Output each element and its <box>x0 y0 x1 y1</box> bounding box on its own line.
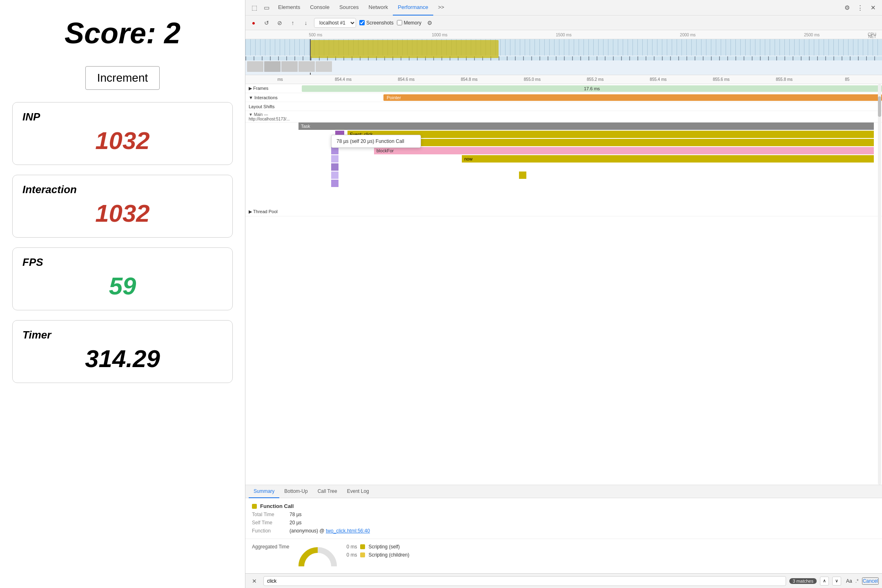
metric-card-fps: FPS 59 <box>12 247 233 310</box>
search-input[interactable] <box>263 576 786 586</box>
tab-network[interactable]: Network <box>364 0 393 16</box>
metric-label-timer: Timer <box>22 329 223 341</box>
agg-legend-item: 0 ms Scripting (children) <box>346 552 409 558</box>
interactions-bar[interactable]: Pointer <box>383 94 882 101</box>
match-case-label: Aa <box>846 578 852 584</box>
metric-label-fps: FPS <box>22 256 223 269</box>
devtools-panel: ⬚ ▭ ElementsConsoleSourcesNetworkPerform… <box>245 0 882 588</box>
tab-elements[interactable]: Elements <box>273 0 305 16</box>
flamechart-scrollbar[interactable] <box>878 84 881 485</box>
agg-legend-item: 0 ms Scripting (self) <box>346 544 409 550</box>
flamechart-area[interactable]: ms854.4 ms854.6 ms854.8 ms855.0 ms855.2 … <box>245 75 882 485</box>
memory-checkbox-label[interactable]: Memory <box>397 20 421 26</box>
regex-label: .* <box>855 578 859 584</box>
reload-record-button[interactable]: ↺ <box>262 18 272 28</box>
timeline-ruler-tick: 500 ms <box>254 33 378 37</box>
memory-checkbox[interactable] <box>397 20 402 25</box>
flamechart-ruler-tick: 854.6 ms <box>375 77 438 82</box>
upload-button[interactable]: ↑ <box>288 18 298 28</box>
timeline-content[interactable] <box>245 39 882 75</box>
metric-label-inp: INP <box>22 111 223 123</box>
more-options-icon[interactable]: ⋮ <box>854 2 866 13</box>
timeline-ruler-tick: 2000 ms <box>626 33 750 37</box>
bottom-tab-event-log[interactable]: Event Log <box>342 485 374 498</box>
device-toolbar-icon[interactable]: ▭ <box>261 2 272 13</box>
metric-value-inp: 1032 <box>22 127 223 155</box>
metric-card-interaction: Interaction 1032 <box>12 175 233 238</box>
timeline-ruler-tick: 1000 ms <box>378 33 502 37</box>
blockfor-bar[interactable]: blockFor <box>374 147 874 154</box>
devtools-right-icons: ⚙ ⋮ ✕ <box>841 2 879 13</box>
flame-bars-area[interactable]: Task Event: click F... Function Call blo… <box>298 122 882 204</box>
tab-more[interactable]: >> <box>433 0 449 16</box>
flamechart-scrollbar-thumb[interactable] <box>878 96 881 117</box>
main-thread-label: ▼ Main — http://localhost:5173/... <box>249 112 302 121</box>
total-time-row: Total Time 78 µs <box>252 512 875 517</box>
frames-bar: 17.6 ms <box>302 85 882 92</box>
metric-value-timer: 314.29 <box>22 345 223 373</box>
aggregated-panel: Aggregated Time 0 ms Scripting (self) 0 … <box>245 539 882 573</box>
layout-shifts-content <box>302 103 882 110</box>
flamechart-ruler-tick: ms <box>249 77 312 82</box>
yellow-indicator <box>519 172 526 179</box>
perf-toolbar: ● ↺ ⊘ ↑ ↓ localhost #1 Screenshots Memor… <box>245 16 882 30</box>
bottom-tabs: SummaryBottom-UpCall TreeEvent Log <box>245 485 882 498</box>
summary-color-dot <box>252 504 257 509</box>
interactions-row: ▼ Interactions Pointer <box>245 93 882 102</box>
screenshots-row <box>245 60 882 73</box>
tab-performance[interactable]: Performance <box>393 0 433 16</box>
interactions-label: ▼ Interactions <box>249 95 302 100</box>
url-select[interactable]: localhost #1 <box>314 18 356 28</box>
summary-title: Function Call <box>252 503 875 509</box>
agg-legend: 0 ms Scripting (self) 0 ms Scripting (ch… <box>346 544 409 558</box>
flamechart-ruler-tick: 855.4 ms <box>627 77 690 82</box>
devtools-topbar: ⬚ ▭ ElementsConsoleSourcesNetworkPerform… <box>245 0 882 16</box>
flamechart-ruler-tick: 855.2 ms <box>564 77 626 82</box>
capture-settings-icon[interactable]: ⚙ <box>425 18 434 28</box>
function-call-bar[interactable]: Function Call <box>374 139 874 146</box>
devtools-tabs: ElementsConsoleSourcesNetworkPerformance… <box>273 0 840 16</box>
tab-sources[interactable]: Sources <box>334 0 364 16</box>
aggregated-title: Aggregated Time <box>252 544 289 550</box>
bottom-tab-call-tree[interactable]: Call Tree <box>313 485 342 498</box>
timeline-ruler-tick: 1500 ms <box>502 33 626 37</box>
screenshots-checkbox-label[interactable]: Screenshots <box>359 20 394 26</box>
timeline-ruler-ticks: 500 ms1000 ms1500 ms2000 ms2500 ms <box>245 30 882 39</box>
search-close-icon[interactable]: ✕ <box>249 575 260 587</box>
tooltip-text: 78 µs (self 20 µs) Function Call <box>336 138 404 144</box>
frames-label: ▶ Frames <box>249 86 302 91</box>
flamechart-content[interactable]: ▶ Frames 17.6 ms ▼ Interactions Pointer … <box>245 84 882 485</box>
flamechart-ruler-tick: 85 <box>816 77 879 82</box>
bottom-tab-summary[interactable]: Summary <box>249 485 279 498</box>
inspect-element-icon[interactable]: ⬚ <box>249 2 260 13</box>
clear-button[interactable]: ⊘ <box>275 18 285 28</box>
bottom-tab-bottom-up[interactable]: Bottom-Up <box>279 485 312 498</box>
flamechart-ruler-tick: 854.8 ms <box>438 77 501 82</box>
close-devtools-icon[interactable]: ✕ <box>867 2 879 13</box>
interactions-content: Pointer <box>302 94 882 101</box>
self-time-row: Self Time 20 µs <box>252 520 875 526</box>
settings-icon[interactable]: ⚙ <box>841 2 853 13</box>
main-thread-row: ▼ Main — http://localhost:5173/... <box>245 111 882 122</box>
search-prev-button[interactable]: ∧ <box>820 577 829 586</box>
layout-shifts-label: Layout Shifts <box>249 104 302 109</box>
layout-shifts-row: Layout Shifts <box>245 102 882 111</box>
function-link[interactable]: two_click.html:56:40 <box>326 528 370 534</box>
left-panel: Score: 2 Increment INP 1032 Interaction … <box>0 0 245 588</box>
score-display: Score: 2 <box>65 16 180 50</box>
function-row: Function (anonymous) @ two_click.html:56… <box>252 528 875 534</box>
main-thread-content <box>302 113 882 120</box>
cancel-button[interactable]: Cancel <box>862 577 879 585</box>
timeline-area[interactable]: CPU NET 500 ms1000 ms1500 ms2000 ms2500 … <box>245 30 882 75</box>
task-bar[interactable]: Task <box>298 122 874 130</box>
timeline-selection[interactable] <box>311 40 499 58</box>
search-next-button[interactable]: ∨ <box>832 577 841 586</box>
tab-console[interactable]: Console <box>305 0 334 16</box>
flamechart-ruler-tick: 855.0 ms <box>501 77 564 82</box>
increment-button[interactable]: Increment <box>85 66 160 90</box>
record-button[interactable]: ● <box>249 18 258 28</box>
event-click-bar[interactable]: Event: click <box>347 131 874 138</box>
screenshots-checkbox[interactable] <box>359 20 365 25</box>
now-bar[interactable]: now <box>462 155 874 163</box>
download-button[interactable]: ↓ <box>301 18 311 28</box>
